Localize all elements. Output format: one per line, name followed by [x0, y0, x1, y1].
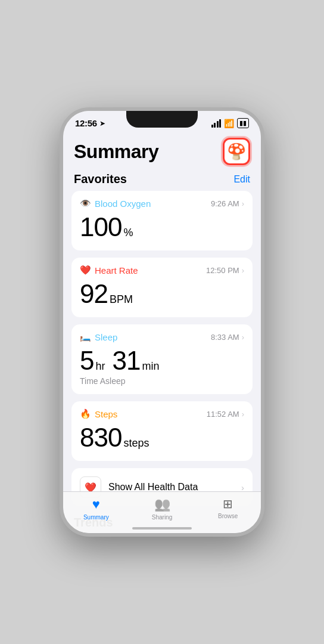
blood-oxygen-value: 100 [80, 212, 122, 242]
card-value-row: 830 steps [80, 423, 244, 453]
show-all-chevron: › [241, 482, 244, 493]
card-header: 🛏️ Sleep 8:33 AM › [80, 332, 244, 342]
battery-icon: ▮▮ [237, 118, 249, 128]
steps-icon: 🔥 [80, 408, 91, 419]
card-meta: 9:26 AM › [211, 199, 244, 208]
heart-rate-card[interactable]: ❤️ Heart Rate 12:50 PM › 92 BPM [71, 258, 253, 317]
location-icon: ➤ [99, 119, 105, 128]
heart-rate-label: Heart Rate [95, 265, 138, 275]
signal-bars [211, 119, 222, 128]
summary-tab-icon: ♥ [92, 497, 100, 512]
edit-button[interactable]: Edit [233, 174, 250, 185]
steps-card[interactable]: 🔥 Steps 11:52 AM › 830 steps [71, 401, 253, 461]
sleep-hours: 5 [80, 346, 94, 376]
phone-shell: 12:56 ➤ 📶 ▮▮ Summary 🍄 [60, 107, 264, 537]
heart-rate-value: 92 [80, 279, 108, 309]
heart-rate-icon: ❤️ [80, 265, 91, 275]
favorites-section-header: Favorites Edit [63, 170, 261, 191]
chevron-icon: › [242, 266, 244, 275]
summary-tab-label: Summary [83, 514, 109, 521]
card-label: 🛏️ Sleep [80, 332, 117, 342]
sleep-card[interactable]: 🛏️ Sleep 8:33 AM › 5 hr 31 min Time Asle… [71, 324, 253, 394]
profile-button[interactable]: 🍄 [223, 138, 250, 165]
blood-oxygen-unit: % [123, 227, 133, 239]
card-value-row: 100 % [80, 212, 244, 242]
card-label: 👁️ Blood Oxygen [80, 198, 151, 209]
sharing-tab-icon: 👥 [154, 497, 170, 512]
card-header: 👁️ Blood Oxygen 9:26 AM › [80, 198, 244, 209]
steps-unit: steps [123, 437, 149, 450]
sleep-minutes: 31 [113, 346, 141, 376]
tab-browse[interactable]: ⊞ Browse [195, 497, 261, 519]
card-meta: 11:52 AM › [207, 410, 244, 419]
blood-oxygen-card[interactable]: 👁️ Blood Oxygen 9:26 AM › 100 % [71, 191, 253, 250]
status-time: 12:56 [75, 118, 97, 128]
notch [126, 111, 198, 128]
sleep-hr-unit: hr [95, 360, 105, 373]
card-label: 🔥 Steps [80, 408, 117, 419]
card-meta: 8:33 AM › [211, 333, 244, 342]
chevron-icon: › [242, 410, 244, 419]
sleep-label: Sleep [95, 332, 117, 342]
profile-emoji: 🍄 [227, 143, 246, 161]
status-icons: 📶 ▮▮ [211, 118, 250, 128]
browse-tab-label: Browse [218, 513, 238, 519]
sleep-time: 8:33 AM [211, 333, 239, 342]
browse-tab-icon: ⊞ [223, 497, 233, 511]
chevron-icon: › [242, 333, 244, 342]
page-title: Summary [74, 141, 158, 163]
heart-rate-unit: BPM [110, 293, 133, 306]
steps-label: Steps [95, 409, 117, 419]
sleep-icon: 🛏️ [80, 332, 91, 342]
tab-summary[interactable]: ♥ Summary [63, 497, 129, 521]
page-header: Summary 🍄 [63, 131, 261, 170]
card-value-row: 5 hr 31 min [80, 346, 244, 376]
card-meta: 12:50 PM › [206, 266, 244, 275]
card-label: ❤️ Heart Rate [80, 265, 138, 275]
sharing-tab-label: Sharing [152, 514, 172, 521]
scroll-content[interactable]: Summary 🍄 Favorites Edit 👁️ Blood Oxygen [63, 131, 261, 533]
blood-oxygen-icon: 👁️ [80, 198, 91, 209]
blood-oxygen-time: 9:26 AM [211, 199, 239, 208]
wifi-icon: 📶 [224, 119, 234, 128]
blood-oxygen-label: Blood Oxygen [95, 199, 151, 209]
heart-rate-time: 12:50 PM [206, 266, 239, 275]
steps-time: 11:52 AM [207, 410, 239, 419]
steps-value: 830 [80, 423, 122, 453]
chevron-icon: › [242, 199, 244, 208]
tab-sharing[interactable]: 👥 Sharing [129, 497, 195, 521]
card-header: ❤️ Heart Rate 12:50 PM › [80, 265, 244, 275]
card-value-row: 92 BPM [80, 279, 244, 309]
sleep-sub-label: Time Asleep [80, 376, 244, 386]
home-indicator [132, 527, 192, 530]
card-header: 🔥 Steps 11:52 AM › [80, 408, 244, 419]
sleep-min-unit: min [142, 360, 159, 373]
favorites-title: Favorites [74, 172, 127, 186]
screen: 12:56 ➤ 📶 ▮▮ Summary 🍄 [63, 111, 261, 533]
